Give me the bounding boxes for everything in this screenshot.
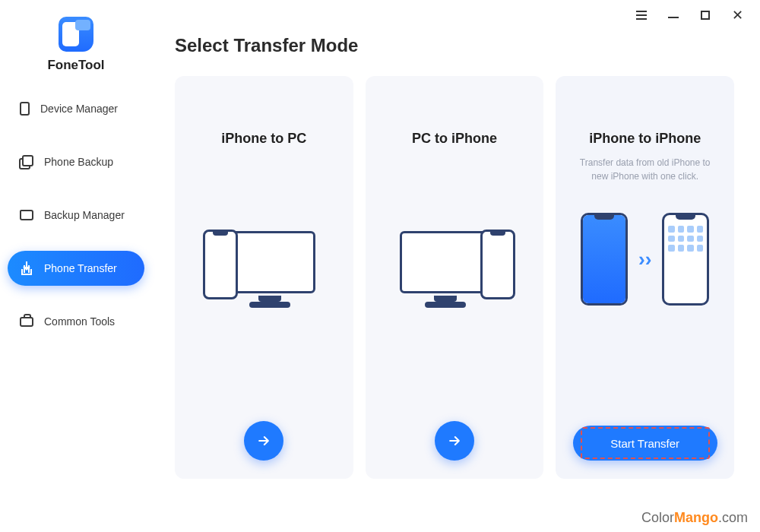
sidebar: FoneTool Device Manager Phone Backup Bac… [0,0,152,532]
start-transfer-label: Start Transfer [610,437,679,450]
go-button-pc-to-iphone[interactable] [435,421,474,461]
card-subtitle [259,156,268,182]
sidebar-item-label: Backup Manager [44,209,125,221]
app-logo-icon [59,17,93,52]
sidebar-item-backup-manager[interactable]: Backup Manager [8,198,144,233]
monitor-icon [224,231,315,293]
card-iphone-to-iphone[interactable]: iPhone to iPhone Transfer data from old … [556,76,734,479]
card-title: iPhone to PC [221,131,306,147]
folder-icon [20,210,33,220]
briefcase-icon [20,317,33,327]
sidebar-item-common-tools[interactable]: Common Tools [8,304,144,339]
target-iphone-icon [662,213,709,306]
watermark-part2: Mango [674,510,718,525]
watermark-part3: .com [718,510,748,525]
illustration-iphone-to-iphone: ›› [571,206,719,312]
arrow-right-icon [256,433,271,448]
page-title: Select Transfer Mode [175,35,734,56]
start-transfer-button[interactable]: Start Transfer [573,426,717,461]
phone-icon [20,102,30,116]
stack-icon [22,155,33,166]
watermark-part1: Color [641,510,674,525]
sidebar-item-label: Device Manager [40,103,118,115]
app-name: FoneTool [47,58,104,73]
illustration-iphone-to-pc [190,204,338,311]
card-title: PC to iPhone [412,131,497,147]
sidebar-item-phone-backup[interactable]: Phone Backup [8,144,144,179]
illustration-pc-to-iphone [381,204,529,311]
card-iphone-to-pc[interactable]: iPhone to PC [175,76,353,479]
main-content: Select Transfer Mode iPhone to PC [152,0,760,532]
watermark: ColorMango.com [641,510,748,526]
card-title: iPhone to iPhone [589,131,701,147]
card-subtitle: Transfer data from old iPhone to new iPh… [571,156,719,183]
sidebar-item-label: Phone Transfer [44,262,117,274]
arrow-right-icon [447,433,462,448]
card-subtitle [450,156,459,182]
source-iphone-icon [581,213,628,306]
iphone-icon [480,230,515,299]
brand: FoneTool [0,17,152,73]
download-icon [20,261,33,275]
sidebar-item-label: Common Tools [44,315,115,328]
sidebar-nav: Device Manager Phone Backup Backup Manag… [0,91,152,339]
sidebar-item-device-manager[interactable]: Device Manager [8,91,144,126]
sidebar-item-phone-transfer[interactable]: Phone Transfer [8,251,144,286]
go-button-iphone-to-pc[interactable] [244,421,283,461]
sidebar-item-label: Phone Backup [44,156,113,168]
chevron-right-icon: ›› [638,248,651,271]
transfer-mode-cards: iPhone to PC PC to iPhone [175,76,734,479]
monitor-icon [400,231,491,293]
app-window: ✕ FoneTool Device Manager Phone Backup B… [0,0,760,532]
card-pc-to-iphone[interactable]: PC to iPhone [366,76,544,479]
iphone-icon [203,230,238,299]
